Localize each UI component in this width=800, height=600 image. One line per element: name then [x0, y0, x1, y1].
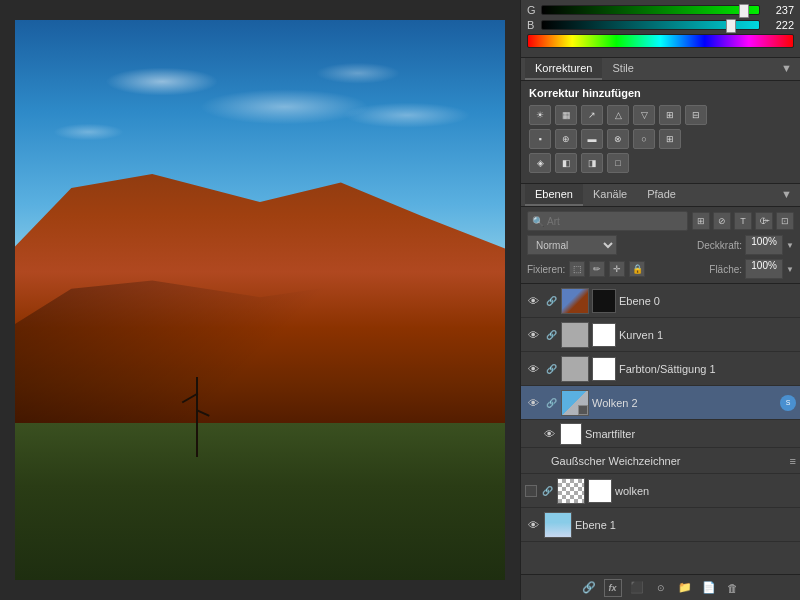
tab-korrekturen[interactable]: Korrekturen — [525, 58, 602, 80]
link-icon-ebene0[interactable]: 🔗 — [544, 294, 558, 308]
tab-kanaele[interactable]: Kanäle — [583, 184, 637, 206]
layer-item-smartfilter[interactable]: 👁 Smartfilter — [521, 420, 800, 448]
b-row: B 222 — [527, 19, 794, 31]
layer-icon-group: ⊞ ⊘ T ⌱ ⊡ — [692, 212, 794, 230]
korr-menu-button[interactable]: ▼ — [777, 58, 796, 80]
add-mask-icon[interactable]: ⬛ — [628, 579, 646, 597]
smart-badge-wolken2: S — [780, 395, 796, 411]
layer-item-wolken[interactable]: 🔗 wolken — [521, 474, 800, 508]
color-spectrum-bar — [527, 34, 794, 48]
visibility-icon-kurven1[interactable]: 👁 — [525, 327, 541, 343]
tab-ebenen[interactable]: Ebenen — [525, 184, 583, 206]
korrekturen-panel: Korrektur hinzufügen ☀ ▦ ↗ △ ▽ ⊞ ⊟ ▪ ⊕ ▬… — [521, 81, 800, 184]
visibility-icon-wolken2[interactable]: 👁 — [525, 395, 541, 411]
korr-icon-levels[interactable]: ▦ — [555, 105, 577, 125]
fix-icon-2[interactable]: ✏ — [589, 261, 605, 277]
tab-stile[interactable]: Stile — [602, 58, 643, 80]
g-slider-track[interactable] — [541, 5, 760, 15]
korr-icon-colbal[interactable]: ⊟ — [685, 105, 707, 125]
korr-icon-exposure[interactable]: △ — [607, 105, 629, 125]
mask-wolken — [588, 479, 612, 503]
korr-icon-curves[interactable]: ↗ — [581, 105, 603, 125]
korr-icon-threshold[interactable]: ◈ — [529, 153, 551, 173]
new-layer-icon[interactable]: 📄 — [700, 579, 718, 597]
mask-ebene0 — [592, 289, 616, 313]
layer-name-ebene1: Ebene 1 — [575, 519, 796, 531]
korr-icon-brightness[interactable]: ☀ — [529, 105, 551, 125]
delete-layer-icon[interactable]: 🗑 — [724, 579, 742, 597]
layer-item-gauss[interactable]: Gaußscher Weichzeichner ≡ — [521, 448, 800, 474]
layer-item-ebene0[interactable]: 👁 🔗 Ebene 0 — [521, 284, 800, 318]
canvas-image — [15, 20, 505, 580]
korr-icon-chanmix[interactable]: ▬ — [581, 129, 603, 149]
layer-item-farbton1[interactable]: 👁 🔗 Farbton/Sättigung 1 — [521, 352, 800, 386]
opacity-group: Deckkraft: 100% ▼ — [697, 235, 794, 255]
korr-icon-selective[interactable]: ◨ — [581, 153, 603, 173]
layer-icon-4[interactable]: ⌱ — [755, 212, 773, 230]
korr-title: Korrektur hinzufügen — [529, 87, 792, 99]
layer-icon-2[interactable]: ⊘ — [713, 212, 731, 230]
layer-name-smartfilter: Smartfilter — [585, 428, 796, 440]
fix-icon-1[interactable]: ⬚ — [569, 261, 585, 277]
fix-label: Fixieren: — [527, 264, 565, 275]
opacity-arrow[interactable]: ▼ — [786, 241, 794, 250]
korr-icon-colorlook[interactable]: ⊗ — [607, 129, 629, 149]
link-icon-wolken2[interactable]: 🔗 — [544, 396, 558, 410]
layer-icon-3[interactable]: T — [734, 212, 752, 230]
g-label: G — [527, 4, 537, 16]
layer-name-gauss: Gaußscher Weichzeichner — [551, 455, 787, 467]
bottom-toolbar: 🔗 fx ⬛ ⊙ 📁 📄 🗑 — [521, 574, 800, 600]
ebenen-menu-button[interactable]: ▼ — [777, 184, 796, 206]
fix-icon-4[interactable]: 🔒 — [629, 261, 645, 277]
layer-name-ebene0: Ebene 0 — [619, 295, 796, 307]
korr-icon-posterize[interactable]: ⊞ — [659, 129, 681, 149]
korr-icon-shadow[interactable]: □ — [607, 153, 629, 173]
new-group-icon[interactable]: 📁 — [676, 579, 694, 597]
g-value: 237 — [764, 4, 794, 16]
link-icon-wolken[interactable]: 🔗 — [540, 484, 554, 498]
korr-icon-hsl[interactable]: ⊞ — [659, 105, 681, 125]
ground-layer — [15, 423, 505, 580]
link-layers-icon[interactable]: 🔗 — [580, 579, 598, 597]
layer-search-input[interactable] — [547, 216, 683, 227]
adjustment-icon[interactable]: ⊙ — [652, 579, 670, 597]
tab-pfade[interactable]: Pfade — [637, 184, 686, 206]
korr-icon-invert[interactable]: ○ — [633, 129, 655, 149]
layer-icon-5[interactable]: ⊡ — [776, 212, 794, 230]
korr-icon-vibrance[interactable]: ▽ — [633, 105, 655, 125]
b-slider-track[interactable] — [541, 20, 760, 30]
layer-icon-1[interactable]: ⊞ — [692, 212, 710, 230]
b-label: B — [527, 19, 537, 31]
g-row: G 237 — [527, 4, 794, 16]
thumb-farbton1 — [561, 356, 589, 382]
fx-icon[interactable]: fx — [604, 579, 622, 597]
layer-item-wolken2[interactable]: 👁 🔗 Wolken 2 S — [521, 386, 800, 420]
layer-name-kurven1: Kurven 1 — [619, 329, 796, 341]
dead-tree — [196, 377, 198, 457]
link-icon-farbton1[interactable]: 🔗 — [544, 362, 558, 376]
visibility-icon-ebene0[interactable]: 👁 — [525, 293, 541, 309]
flaeche-arrow[interactable]: ▼ — [786, 265, 794, 274]
b-slider-thumb[interactable] — [726, 19, 736, 33]
visibility-icon-farbton1[interactable]: 👁 — [525, 361, 541, 377]
korr-icon-bw[interactable]: ▪ — [529, 129, 551, 149]
korr-icon-photofilter[interactable]: ⊕ — [555, 129, 577, 149]
visibility-icon-ebene1[interactable]: 👁 — [525, 517, 541, 533]
visibility-checkbox-wolken[interactable] — [525, 485, 537, 497]
opacity-value: 100% — [745, 235, 783, 255]
thumb-ebene1 — [544, 512, 572, 538]
layer-item-ebene1[interactable]: 👁 Ebene 1 — [521, 508, 800, 542]
layer-item-kurven1[interactable]: 👁 🔗 Kurven 1 — [521, 318, 800, 352]
layer-search-box[interactable]: 🔍 — [527, 211, 688, 231]
layer-list: 👁 🔗 Ebene 0 👁 🔗 Kurven 1 👁 🔗 Farbton/Sät… — [521, 284, 800, 574]
flaeche-value: 100% — [745, 259, 783, 279]
canvas-area — [0, 0, 520, 600]
layer-row-search: 🔍 ⊞ ⊘ T ⌱ ⊡ — [527, 211, 794, 231]
link-icon-kurven1[interactable]: 🔗 — [544, 328, 558, 342]
blend-mode-select[interactable]: Normal — [527, 235, 617, 255]
korr-icon-gradient[interactable]: ◧ — [555, 153, 577, 173]
g-slider-thumb[interactable] — [739, 4, 749, 18]
fix-icon-3[interactable]: ✛ — [609, 261, 625, 277]
filter-settings-icon[interactable]: ≡ — [790, 455, 796, 467]
visibility-icon-smartfilter[interactable]: 👁 — [541, 426, 557, 442]
